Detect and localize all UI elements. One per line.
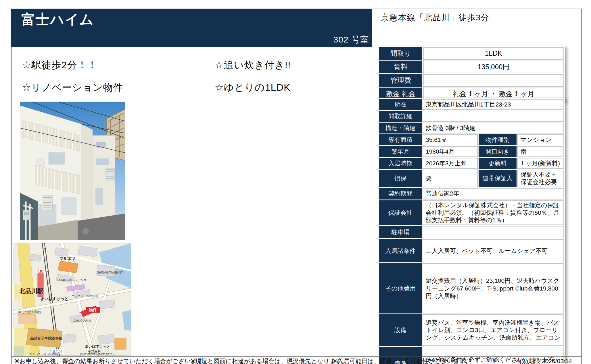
detail-label: 連帯保証人 bbox=[479, 170, 517, 187]
summary-value: 1LDK bbox=[423, 47, 564, 60]
table-row: 所在 東京都品川区北品川1丁目23-23 bbox=[379, 99, 564, 110]
header-band: 富士ハイム 302 号室 bbox=[11, 9, 372, 47]
property-flyer: 富士ハイム 302 号室 京急本線「北品川」徒歩3分 ☆駅徒歩2分！！ ☆追い炊… bbox=[0, 0, 591, 364]
map-label-hospital: 第三北品川病院 bbox=[18, 310, 41, 314]
detail-label: 損保 bbox=[379, 170, 422, 187]
detail-value: 1980年4月 bbox=[423, 146, 478, 157]
map-label-property: 物件 bbox=[89, 307, 97, 312]
feature-item: ☆リノベーション物件 bbox=[22, 81, 123, 94]
footer-note: ※現況と図面に相違がある場合は、現況優先となります。 bbox=[190, 357, 348, 364]
detail-label: 築年月 bbox=[379, 146, 422, 157]
detail-table: 所在 東京都品川区北品川1丁目23-23 間取詳細 構造・階建 鉄骨造 3階 /… bbox=[378, 98, 565, 364]
detail-label: 入居時期 bbox=[379, 158, 422, 169]
table-row: 賃料 135,000円 bbox=[379, 61, 564, 73]
detail-value: 2026年3月上旬 bbox=[423, 158, 478, 169]
detail-label: 保証会社 bbox=[379, 200, 422, 225]
detail-label: 駐車場 bbox=[379, 226, 422, 238]
detail-label: 物件種別 bbox=[479, 134, 517, 145]
detail-value: 要 bbox=[423, 170, 478, 187]
feature-item: ☆ゆとりの1LDK bbox=[215, 81, 291, 94]
detail-value: （日本レンタル保証株式会社）・当社指定の保証会社利用必須。（初回保証料：賃料等の… bbox=[423, 200, 564, 225]
table-row: 管理費 bbox=[379, 74, 564, 87]
room-number: 302 号室 bbox=[333, 34, 369, 46]
detail-value: 追焚バス、浴室乾燥機、室内洗濯機置き場、バストイレ別、コンロ3口、エアコン付き、… bbox=[423, 314, 564, 346]
detail-value: マンション bbox=[517, 134, 564, 145]
map-label-station: 北品川駅 bbox=[19, 288, 44, 294]
detail-value: 普通借家2年 bbox=[423, 188, 564, 200]
page-frame: 富士ハイム 302 号室 京急本線「北品川」徒歩3分 ☆駅徒歩2分！！ ☆追い炊… bbox=[11, 9, 582, 364]
summary-table: 間取り 1LDK 賃料 135,000円 管理費 敷金 礼金 礼金 1 ヶ月 ・… bbox=[378, 46, 565, 102]
map-copyright: (C)2023ZENRIN(Z05E-第228号) bbox=[80, 353, 116, 356]
table-row: その他費用 鍵交換費用（入居時）23,100円、退去時ハウスクリーニング67,6… bbox=[379, 263, 564, 313]
table-row: 設備 追焚バス、浴室乾燥機、室内洗濯機置き場、バストイレ別、コンロ3口、エアコン… bbox=[379, 314, 564, 346]
footer-note: ※お申し込み後、審査の結果お断りさせていただく場合がございます。 bbox=[14, 357, 209, 364]
building-photo bbox=[20, 102, 125, 240]
detail-value: 保証人不要＋保証会社必要 bbox=[517, 170, 564, 187]
table-row: 間取詳細 bbox=[379, 111, 564, 122]
map-label-maruetsu: マルエツ bbox=[60, 256, 75, 261]
map-label-shinagawa-east: SHINAGAWAEAST bbox=[97, 271, 123, 274]
detail-value: 東京都品川区北品川1丁目23-23 bbox=[423, 99, 564, 110]
table-row: 損保 要 連帯保証人 保証人不要＋保証会社必要 bbox=[379, 170, 564, 187]
detail-label: 専有面積 bbox=[379, 134, 422, 145]
table-row: 築年月 1980年4月 開口向き 南 bbox=[379, 146, 564, 157]
detail-label: 所在 bbox=[379, 99, 422, 110]
summary-value: 135,000円 bbox=[423, 61, 564, 73]
map-label-mybasket-2: まいばすけっと bbox=[85, 344, 111, 348]
table-row: 保証会社 （日本レンタル保証株式会社）・当社指定の保証会社利用必須。（初回保証料… bbox=[379, 200, 564, 225]
table-row: 契約期間 普通借家2年 bbox=[379, 188, 564, 200]
map-label-school: 品川女子学院高等部 bbox=[30, 336, 63, 340]
building-name: 富士ハイム bbox=[21, 10, 94, 29]
summary-label: 間取り bbox=[379, 47, 422, 60]
detail-label: 開口向き bbox=[479, 146, 517, 157]
detail-label: その他費用 bbox=[379, 263, 422, 313]
detail-label: 設備 bbox=[379, 314, 422, 346]
detail-value: 二人入居可、ペット不可、ルームシェア不可 bbox=[423, 239, 564, 262]
detail-value: 鉄骨造 3階 / 3階建 bbox=[423, 123, 564, 133]
table-row: 入居諸条件 二人入居可、ペット不可、ルームシェア不可 bbox=[379, 239, 564, 262]
table-row: 構造・階建 鉄骨造 3階 / 3階建 bbox=[379, 123, 564, 133]
feature-item: ☆追い炊き付き!! bbox=[215, 59, 291, 72]
map-label-nick-heim: ニックハイム北品川 bbox=[72, 295, 98, 298]
detail-label: 入居諸条件 bbox=[379, 239, 422, 262]
detail-value: 35.61㎡ bbox=[423, 134, 478, 145]
detail-value: 1 ヶ月(新賃料) bbox=[517, 158, 564, 169]
detail-label: 契約期間 bbox=[379, 188, 422, 200]
footer-note: ※入居可能日は、変更となる可能性がございます。 bbox=[332, 357, 472, 364]
feature-item: ☆駅徒歩2分！！ bbox=[22, 59, 97, 72]
footer-divider bbox=[11, 356, 581, 357]
table-row: 間取り 1LDK bbox=[379, 47, 564, 60]
map-label-mybasket-1: まいばすけっと bbox=[41, 297, 68, 301]
footer: ※お申し込み後、審査の結果お断りさせていただく場合がございます。 ※現況と図面に… bbox=[11, 357, 581, 364]
table-row: 駐車場 bbox=[379, 226, 564, 238]
detail-value bbox=[423, 226, 564, 238]
table-row: 専有面積 35.61㎡ 物件種別 マンション bbox=[379, 134, 564, 145]
table-row: 入居時期 2026年3月上旬 更新料 1 ヶ月(新賃料) bbox=[379, 158, 564, 169]
detail-value bbox=[423, 111, 564, 122]
location-map: 北品川駅 マルエツ まいばすけっと 物件 第三北品川病院 品川女子学院高等部 ま… bbox=[14, 243, 131, 356]
detail-label: 間取詳細 bbox=[379, 111, 422, 122]
station-access: 京急本線「北品川」徒歩3分 bbox=[381, 12, 489, 24]
summary-label: 賃料 bbox=[379, 61, 422, 73]
detail-value: 鍵交換費用（入居時）23,100円、退去時ハウスクリーニング67,600円、T-… bbox=[423, 263, 564, 313]
summary-value bbox=[423, 74, 564, 87]
detail-label: 構造・階建 bbox=[379, 123, 422, 133]
summary-label: 管理費 bbox=[379, 74, 422, 87]
validity-date: 有効期限:2026/03/14 bbox=[516, 357, 572, 364]
detail-label: 更新料 bbox=[479, 158, 517, 169]
map-label-galicia: GALICIA品川 bbox=[74, 319, 91, 322]
detail-value: 南 bbox=[517, 146, 564, 157]
map-label-sakura: さくらさくみらい御殿山 bbox=[30, 352, 60, 355]
map-label-axas: AXAS品川レジデンス bbox=[58, 278, 87, 282]
map-hospital-building bbox=[19, 314, 35, 324]
